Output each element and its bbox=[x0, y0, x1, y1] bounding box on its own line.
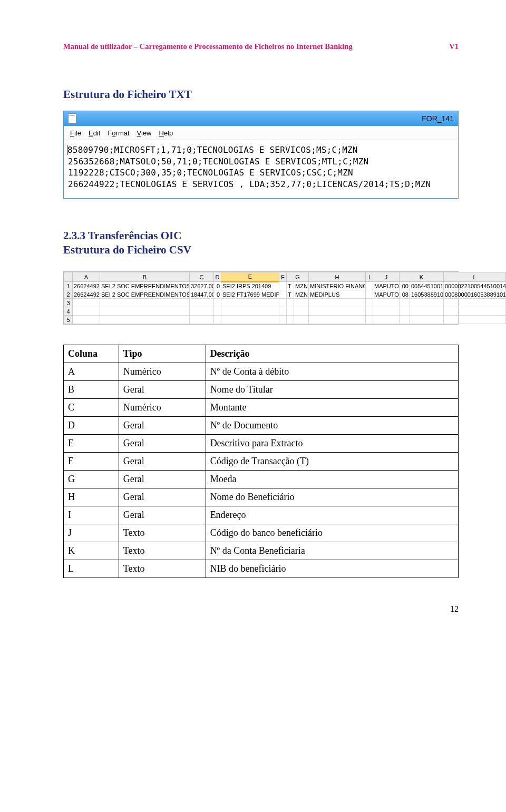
table-header-row: Coluna Tipo Descrição bbox=[64, 345, 459, 363]
cell[interactable] bbox=[279, 282, 287, 290]
col-H[interactable]: H bbox=[309, 272, 366, 282]
cell[interactable]: SEI 2 SOC EMPREENDIMENTOS IMOB LDA bbox=[100, 282, 190, 290]
cell[interactable]: MZN bbox=[294, 282, 309, 290]
cell-col: E bbox=[64, 435, 119, 453]
table-row: KTextoNº da Conta Beneficiaria bbox=[64, 542, 459, 560]
cell-desc: Nº de Documento bbox=[206, 417, 458, 435]
col-B[interactable]: B bbox=[100, 272, 190, 282]
cell-col: J bbox=[64, 524, 119, 542]
row-num[interactable]: 5 bbox=[64, 316, 73, 324]
col-D[interactable]: D bbox=[214, 272, 221, 282]
cell[interactable]: 000800001605388910180 bbox=[444, 290, 506, 299]
cell-type: Numérico bbox=[119, 399, 206, 417]
menu-format[interactable]: Format bbox=[104, 129, 132, 138]
cell[interactable] bbox=[279, 290, 287, 299]
col-A[interactable]: A bbox=[73, 272, 100, 282]
notepad-text-area[interactable]: 85809790;MICROSFT;1,71;0;TECNOLOGIAS E S… bbox=[64, 140, 458, 198]
cell-col: A bbox=[64, 363, 119, 381]
cell-desc: Nome do Titular bbox=[206, 381, 458, 399]
table-row: EGeralDescritivo para Extracto bbox=[64, 435, 459, 453]
excel-row[interactable]: 4 bbox=[64, 307, 506, 316]
menu-help[interactable]: Help bbox=[156, 129, 177, 138]
cell[interactable]: T bbox=[287, 290, 294, 299]
cell-desc: Montante bbox=[206, 399, 458, 417]
row-num[interactable]: 4 bbox=[64, 307, 73, 316]
table-row: JTextoCódigo do banco beneficiário bbox=[64, 524, 459, 542]
th-tipo: Tipo bbox=[119, 345, 206, 363]
cell-type: Numérico bbox=[119, 363, 206, 381]
cell-desc: Descritivo para Extracto bbox=[206, 435, 458, 453]
page-header: Manual de utilizador – Carregamento e Pr… bbox=[63, 42, 459, 51]
excel-row[interactable]: 2 266244922 SEI 2 SOC EMPREENDIMENTOS IM… bbox=[64, 290, 506, 299]
cell-type: Texto bbox=[119, 560, 206, 578]
table-row: LTextoNIB do beneficiário bbox=[64, 560, 459, 578]
cell[interactable]: 0 bbox=[214, 282, 221, 290]
cell-desc: Nome do Beneficiário bbox=[206, 488, 458, 506]
menu-view[interactable]: View bbox=[134, 129, 155, 138]
cell[interactable]: MZN bbox=[294, 290, 309, 299]
cell-col: C bbox=[64, 399, 119, 417]
header-right: V1 bbox=[449, 42, 459, 51]
cell[interactable]: MINISTERIO FINANCAS bbox=[309, 282, 366, 290]
page-number: 12 bbox=[63, 604, 459, 614]
notepad-filename: FOR_141 bbox=[422, 114, 454, 123]
cell[interactable]: 0 bbox=[214, 290, 221, 299]
row-num[interactable]: 1 bbox=[64, 282, 73, 290]
row-num[interactable]: 2 bbox=[64, 290, 73, 299]
excel-select-all[interactable] bbox=[64, 272, 73, 282]
column-description-table: Coluna Tipo Descrição ANuméricoNº de Con… bbox=[63, 345, 459, 578]
cell[interactable]: 266244922 bbox=[73, 282, 100, 290]
cell[interactable]: 16053889101 bbox=[410, 290, 444, 299]
cell[interactable]: SEI 2 SOC EMPREENDIMENTOS IMOB LDA bbox=[100, 290, 190, 299]
excel-row[interactable]: 1 266244922 SEI 2 SOC EMPREENDIMENTOS IM… bbox=[64, 282, 506, 290]
excel-row[interactable]: 5 bbox=[64, 316, 506, 324]
np-line: 256352668;MATSOLO;50,71;0;TECNOLOGIAS E … bbox=[68, 156, 368, 167]
cell[interactable]: 08 bbox=[400, 290, 410, 299]
cell-desc: Nº de Conta à débito bbox=[206, 363, 458, 381]
cell[interactable] bbox=[366, 290, 373, 299]
cell[interactable]: 00 bbox=[400, 282, 410, 290]
col-L[interactable]: L bbox=[444, 272, 506, 282]
cell[interactable]: SEI2 IRPS 201409 bbox=[221, 282, 279, 290]
cell-col: I bbox=[64, 506, 119, 524]
cell[interactable]: 000002210054451001491 bbox=[444, 282, 506, 290]
cell[interactable]: MEDIPLUS bbox=[309, 290, 366, 299]
cell-col: B bbox=[64, 381, 119, 399]
col-E[interactable]: E bbox=[221, 272, 279, 282]
col-G[interactable]: G bbox=[287, 272, 309, 282]
cell-col: D bbox=[64, 417, 119, 435]
col-C[interactable]: C bbox=[190, 272, 214, 282]
col-J[interactable]: J bbox=[373, 272, 400, 282]
menu-file[interactable]: FFileile bbox=[67, 129, 84, 138]
col-I[interactable]: I bbox=[366, 272, 373, 282]
cell-desc: NIB do beneficiário bbox=[206, 560, 458, 578]
menu-edit[interactable]: Edit bbox=[85, 129, 103, 138]
section-title-txt: Estrutura do Ficheiro TXT bbox=[63, 88, 459, 101]
excel-row[interactable]: 3 bbox=[64, 299, 506, 307]
notepad-window: FOR_141 FFileile Edit Format View Help 8… bbox=[63, 111, 459, 199]
cell[interactable]: T bbox=[287, 282, 294, 290]
cell-type: Geral bbox=[119, 471, 206, 488]
table-row: FGeralCódigo de Transacção (T) bbox=[64, 453, 459, 471]
cell[interactable]: MAPUTO bbox=[373, 282, 400, 290]
cell[interactable]: 00544510014 bbox=[410, 282, 444, 290]
excel-grid[interactable]: A B C D E F G H I J K L 1 266244922 SEI … bbox=[64, 272, 506, 324]
cell-type: Texto bbox=[119, 542, 206, 560]
col-F[interactable]: F bbox=[279, 272, 287, 282]
row-num[interactable]: 3 bbox=[64, 299, 73, 307]
cell-col: F bbox=[64, 453, 119, 471]
cell[interactable]: 18447,00 bbox=[190, 290, 214, 299]
cell-type: Geral bbox=[119, 417, 206, 435]
cell[interactable] bbox=[366, 282, 373, 290]
col-K[interactable]: K bbox=[400, 272, 444, 282]
cell-type: Geral bbox=[119, 435, 206, 453]
header-left: Manual de utilizador – Carregamento e Pr… bbox=[63, 42, 353, 51]
cell[interactable]: 266244922 bbox=[73, 290, 100, 299]
cell[interactable]: 32627,00 bbox=[190, 282, 214, 290]
cell[interactable]: MAPUTO bbox=[373, 290, 400, 299]
section-title-csv: Estrutura do Ficheiro CSV bbox=[63, 243, 459, 257]
cell[interactable]: SEI2 FT17699 MEDIPLUS bbox=[221, 290, 279, 299]
table-row: IGeralEndereço bbox=[64, 506, 459, 524]
cell-type: Geral bbox=[119, 506, 206, 524]
cell-type: Geral bbox=[119, 381, 206, 399]
